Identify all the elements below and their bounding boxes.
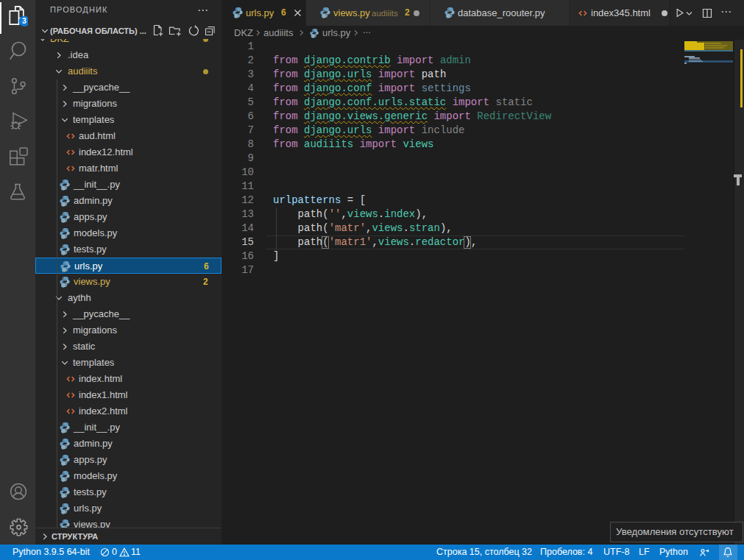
svg-text:3: 3 xyxy=(22,16,26,25)
